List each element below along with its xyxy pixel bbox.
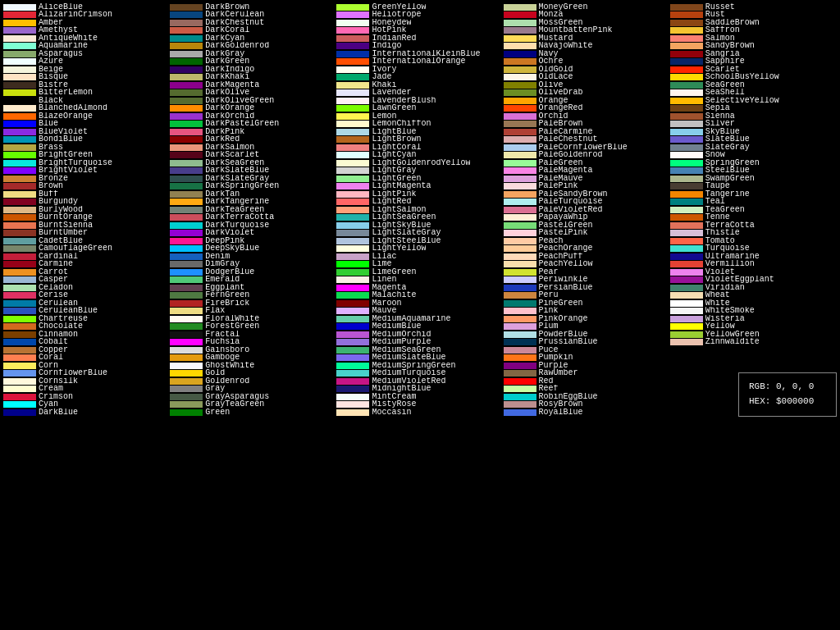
list-item[interactable]: PaleTurquoise — [504, 199, 670, 207]
list-item[interactable]: Carmine — [3, 261, 170, 269]
list-item[interactable]: Crimson — [3, 393, 170, 401]
list-item[interactable]: SlateGray — [670, 144, 837, 152]
list-item[interactable]: PowderBlue — [504, 331, 670, 339]
list-item[interactable]: Sangria — [670, 50, 837, 58]
list-item[interactable]: MediumSlateBlue — [336, 354, 503, 363]
list-item[interactable]: DarkKhaki — [170, 74, 336, 82]
list-item[interactable]: Malachite — [336, 292, 503, 300]
list-item[interactable]: PineGreen — [504, 299, 670, 308]
list-item[interactable]: BurntSienna — [3, 221, 170, 230]
list-item[interactable]: DarkViolet — [170, 230, 336, 238]
list-item[interactable]: Lemon — [336, 112, 503, 121]
list-item[interactable]: BondiBlue — [3, 136, 170, 144]
list-item[interactable]: DarkBlue — [3, 409, 170, 417]
list-item[interactable]: CornflowerBlue — [3, 370, 170, 378]
list-item[interactable]: Rust — [670, 11, 837, 20]
list-item[interactable]: Pink — [504, 308, 670, 316]
list-item[interactable]: Amethyst — [3, 27, 170, 35]
list-item[interactable]: ForestGreen — [170, 323, 336, 331]
list-item[interactable]: Scarlet — [670, 66, 837, 74]
list-item[interactable]: Mustard — [504, 34, 670, 43]
list-item[interactable]: PeachOrange — [504, 245, 670, 253]
list-item[interactable]: PaleVioletRed — [504, 206, 670, 214]
list-item[interactable]: Russet — [670, 3, 837, 11]
list-item[interactable]: PastelPink — [504, 230, 670, 238]
list-item[interactable]: InternationalOrange — [336, 58, 503, 66]
list-item[interactable]: Corn — [3, 362, 170, 370]
list-item[interactable]: DarkPink — [170, 128, 336, 136]
list-item[interactable]: DarkBrown — [170, 3, 336, 11]
list-item[interactable]: Moccasin — [336, 409, 503, 417]
list-item[interactable]: PaleGreen — [504, 159, 670, 167]
list-item[interactable]: Orange — [504, 97, 670, 105]
list-item[interactable]: SteelBlue — [670, 167, 837, 176]
list-item[interactable]: Khaki — [336, 81, 503, 89]
list-item[interactable]: InternationalKleinBlue — [336, 50, 503, 58]
list-item[interactable]: DarkChestnut — [170, 19, 336, 27]
list-item[interactable]: SpringGreen — [670, 159, 837, 167]
list-item[interactable]: CamouflageGreen — [3, 245, 170, 253]
list-item[interactable]: Salmon — [670, 34, 837, 43]
list-item[interactable]: LawnGreen — [336, 105, 503, 113]
list-item[interactable]: LightGreen — [336, 175, 503, 183]
list-item[interactable]: RoyalBlue — [504, 409, 670, 417]
list-item[interactable]: FloralWhite — [170, 315, 336, 323]
list-item[interactable]: BlazeOrange — [3, 112, 170, 121]
list-item[interactable]: PrussianBlue — [504, 339, 670, 347]
list-item[interactable]: BlanchedAlmond — [3, 105, 170, 113]
list-item[interactable]: Indigo — [336, 43, 503, 51]
list-item[interactable]: Bistre — [3, 81, 170, 89]
list-item[interactable]: Linen — [336, 276, 503, 285]
list-item[interactable]: Cream — [3, 386, 170, 394]
list-item[interactable]: Tangerine — [670, 190, 837, 199]
list-item[interactable]: RosyBrown — [504, 401, 670, 409]
list-item[interactable]: DarkTeaGreen — [170, 206, 336, 214]
list-item[interactable]: Taupe — [670, 183, 837, 191]
list-item[interactable]: Orchid — [504, 112, 670, 121]
list-item[interactable]: LimeGreen — [336, 268, 503, 276]
list-item[interactable]: Cyan — [3, 401, 170, 409]
list-item[interactable]: MediumOrchid — [336, 331, 503, 339]
list-item[interactable]: PersianBlue — [504, 284, 670, 292]
list-item[interactable]: Eggplant — [170, 284, 336, 292]
list-item[interactable]: DarkSalmon — [170, 144, 336, 152]
list-item[interactable]: Cinnamon — [3, 331, 170, 339]
list-item[interactable]: Monza — [504, 11, 670, 20]
list-item[interactable]: MintCream — [336, 393, 503, 401]
list-item[interactable]: LightSlateGray — [336, 230, 503, 238]
list-item[interactable]: Thistle — [670, 230, 837, 238]
list-item[interactable]: SkyBlue — [670, 128, 837, 136]
list-item[interactable]: Pumpkin — [504, 354, 670, 363]
list-item[interactable]: LavenderBlush — [336, 97, 503, 105]
list-item[interactable]: GrayAsparagus — [170, 393, 336, 401]
list-item[interactable]: Turquoise — [670, 245, 837, 253]
list-item[interactable]: SwampGreen — [670, 175, 837, 183]
list-item[interactable]: White — [670, 299, 837, 308]
list-item[interactable]: PaleSandyBrown — [504, 190, 670, 199]
list-item[interactable]: DarkOrange — [170, 105, 336, 113]
list-item[interactable]: Lavender — [336, 89, 503, 98]
list-item[interactable]: Vermillion — [670, 261, 837, 269]
list-item[interactable]: MidnightBlue — [336, 386, 503, 394]
list-item[interactable]: GreenYellow — [336, 3, 503, 11]
list-item[interactable]: HotPink — [336, 27, 503, 35]
list-item[interactable]: BrightViolet — [3, 167, 170, 176]
list-item[interactable]: OldLace — [504, 74, 670, 82]
list-item[interactable]: Amber — [3, 19, 170, 27]
list-item[interactable]: MountbattenPink — [504, 27, 670, 35]
list-item[interactable]: Blue — [3, 121, 170, 129]
list-item[interactable]: Sepia — [670, 105, 837, 113]
list-item[interactable]: DarkCoral — [170, 27, 336, 35]
list-item[interactable]: Casper — [3, 276, 170, 285]
list-item[interactable]: Emerald — [170, 276, 336, 285]
list-item[interactable]: Burgundy — [3, 199, 170, 207]
list-item[interactable]: BrightTurquoise — [3, 159, 170, 167]
list-item[interactable]: NavajoWhite — [504, 43, 670, 51]
list-item[interactable]: Violet — [670, 268, 837, 276]
list-item[interactable]: DarkPastelGreen — [170, 121, 336, 129]
list-item[interactable]: Gray — [170, 386, 336, 394]
list-item[interactable]: MoneyGreen — [504, 3, 670, 11]
list-item[interactable]: LightSkyBlue — [336, 221, 503, 230]
list-item[interactable]: CadetBlue — [3, 237, 170, 245]
list-item[interactable]: TeaGreen — [670, 206, 837, 214]
